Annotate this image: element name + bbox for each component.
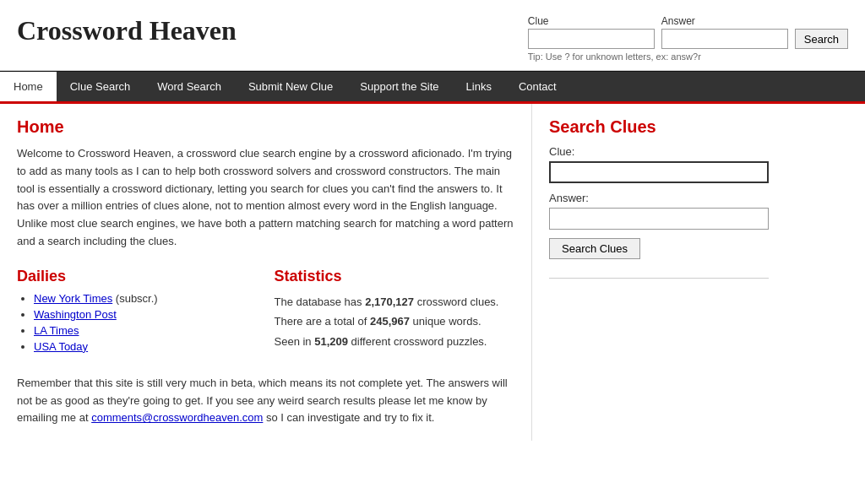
header-answer-input[interactable] — [661, 29, 788, 49]
beta-email-link[interactable]: comments@crosswordheaven.com — [91, 411, 263, 424]
header-clue-group: Clue — [528, 15, 655, 49]
sidebar-clue-label: Clue: — [549, 145, 769, 158]
stats-line1: The database has 2,170,127 crossword clu… — [275, 292, 515, 312]
stats-line3-prefix: Seen in — [275, 335, 315, 348]
dailies-section: Dailies New York Times (subscr.) Washing… — [17, 268, 258, 358]
main-layout: Home Welcome to Crossword Heaven, a cros… — [0, 104, 865, 441]
beta-text-part2: so I can investigate and try to fix it. — [263, 411, 434, 424]
header: Crossword Heaven Clue Answer Search Tip:… — [0, 0, 865, 71]
list-item: USA Today — [34, 340, 258, 353]
header-tip: Tip: Use ? for unknown letters, ex: answ… — [528, 51, 701, 62]
beta-text: Remember that this site is still very mu… — [17, 375, 514, 427]
sidebar-clue-input[interactable] — [549, 161, 769, 183]
nav-item-links[interactable]: Links — [453, 72, 505, 101]
wp-link[interactable]: Washington Post — [34, 308, 117, 321]
list-item: LA Times — [34, 324, 258, 337]
header-clue-label: Clue — [528, 15, 655, 27]
stats-line2-prefix: There are a total of — [275, 315, 370, 328]
nav-item-submit-new-clue[interactable]: Submit New Clue — [235, 72, 346, 101]
list-item: Washington Post — [34, 308, 258, 321]
nyt-link[interactable]: New York Times — [34, 292, 112, 305]
statistics-title: Statistics — [275, 268, 515, 285]
dailies-title: Dailies — [17, 268, 258, 285]
header-search: Clue Answer Search Tip: Use ? for unknow… — [528, 15, 848, 62]
header-answer-label: Answer — [661, 15, 788, 27]
stats-line1-suffix: crossword clues. — [414, 295, 498, 308]
stats-line1-prefix: The database has — [275, 295, 366, 308]
sections: Dailies New York Times (subscr.) Washing… — [17, 268, 514, 358]
intro-text: Welcome to Crossword Heaven, a crossword… — [17, 145, 514, 251]
stats-line2: There are a total of 245,967 unique word… — [275, 312, 515, 331]
nav-item-support[interactable]: Support the Site — [346, 72, 452, 101]
sidebar-divider — [549, 278, 769, 279]
stats-line1-number: 2,170,127 — [365, 295, 414, 308]
stats-line3-number: 51,209 — [314, 335, 348, 348]
beta-email: comments@crosswordheaven.com — [91, 411, 263, 424]
nyt-suffix: (subscr.) — [116, 292, 158, 305]
sidebar-answer-input[interactable] — [549, 208, 769, 230]
page-heading: Home — [17, 117, 514, 137]
nav-item-contact[interactable]: Contact — [505, 72, 570, 101]
nav-item-clue-search[interactable]: Clue Search — [57, 72, 144, 101]
sidebar: Search Clues Clue: Answer: Search Clues — [532, 104, 786, 441]
stats-line3: Seen in 51,209 different crossword puzzl… — [275, 332, 515, 351]
sidebar-title: Search Clues — [549, 117, 769, 137]
stats-line2-suffix: unique words. — [410, 315, 481, 328]
list-item: New York Times (subscr.) — [34, 292, 258, 305]
stats-text: The database has 2,170,127 crossword clu… — [275, 292, 515, 351]
stats-line3-suffix: different crossword puzzles. — [348, 335, 487, 348]
nav-item-word-search[interactable]: Word Search — [144, 72, 235, 101]
nav: Home Clue Search Word Search Submit New … — [0, 71, 865, 104]
lat-link[interactable]: LA Times — [34, 324, 79, 337]
stats-line2-number: 245,967 — [370, 315, 410, 328]
header-search-fields: Clue Answer Search — [528, 15, 848, 49]
statistics-section: Statistics The database has 2,170,127 cr… — [275, 268, 515, 358]
sidebar-answer-label: Answer: — [549, 192, 769, 204]
header-search-button[interactable]: Search — [795, 29, 848, 49]
nav-item-home[interactable]: Home — [0, 72, 57, 101]
search-clues-button[interactable]: Search Clues — [549, 238, 640, 259]
header-clue-input[interactable] — [528, 29, 655, 49]
main-content: Home Welcome to Crossword Heaven, a cros… — [0, 104, 532, 441]
dailies-list: New York Times (subscr.) Washington Post… — [17, 292, 258, 353]
usa-link[interactable]: USA Today — [34, 340, 88, 353]
site-title: Crossword Heaven — [17, 15, 237, 46]
header-answer-group: Answer — [661, 15, 788, 49]
